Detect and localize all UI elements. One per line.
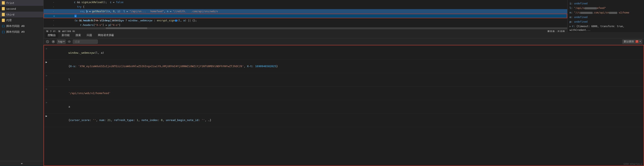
file-icon [2,13,5,16]
tab-label: 搜索 [76,33,81,37]
console-entry-1: > window._webmsxyw(l, a) [44,46,644,60]
line-content: r.headers["X-s"] = p["X-s"] [55,18,567,32]
expand-arrow[interactable]: ▶ [46,60,49,64]
tab-search[interactable]: 搜索 [73,32,84,38]
snippet-icon: {} [2,30,5,33]
dropdown-icon: ▼ [64,41,64,42]
scope-panel: i: undefined l: "/api/sefeed" n: "//c.co… [567,0,644,32]
dropdown-arrow-icon: ▼ [640,41,641,42]
expand-arrow[interactable]: ▶ [46,114,49,118]
sidebar-item-snippet8[interactable]: {} 脚本代码段 #8 [0,23,43,29]
console-toolbar: top ▼ 默认级别 7 ▼ [44,38,644,45]
tab-problems[interactable]: 问题 [84,32,94,38]
tab-label: 网络请求屏蔽 [98,33,114,37]
editor-scrollbar[interactable] [44,27,567,29]
console-content: l [49,74,642,86]
clear-console-button[interactable] [45,39,50,44]
console-entry-5: > a [44,100,644,114]
sidebar-item-label: second [6,7,16,10]
sidebar-item-label: third [6,13,14,16]
scope-var-n: n: "//c.com/api/sn v2/home [570,10,642,15]
line-diff: - [52,1,55,4]
sidebar-item-frist[interactable]: frist [0,0,43,6]
line-diff: - [52,24,55,26]
scope-var-l: l: "/api/sefeed" [570,6,642,10]
context-dropdown[interactable]: top ▼ [57,39,66,44]
sidebar-item-label: 脚本代码段 #9 [6,30,24,34]
tab-label: 问题 [87,33,92,37]
line-diff: - [52,19,55,22]
tab-console[interactable]: 控制台 [45,32,58,38]
tab-network-block[interactable]: 网络请求屏蔽 [96,32,116,38]
log-level-dropdown[interactable]: 默认级别 7 ▼ [622,39,642,44]
context-label: top [58,40,63,43]
watermark: G35H ©Charles-L [624,163,642,165]
line-diff: - [52,10,55,13]
expand-arrow[interactable]: > [46,101,49,105]
filter-input[interactable] [73,40,98,44]
scope-var-i: i: undefined [570,1,642,6]
console-content: {X-s: 'XYW_eyJzaWduU3ZuIjoiNTEiLCJzaWduV… [49,60,642,73]
log-level-label: 默认级别 [624,40,634,43]
console-content: '/api/sns/web/v2/homefeed' [49,87,642,100]
sidebar-item-second[interactable]: second [0,6,43,11]
eye-button[interactable] [67,39,72,44]
sidebar-item-snippet9[interactable]: {} 脚本代码段 #9 [0,29,43,35]
file-icon [2,7,5,10]
console-entry-4: > '/api/sns/web/v2/homefeed' [44,87,644,100]
code-line-6: - r.headers["X-s"] = p["X-s"] [44,23,567,27]
tab-label: 新功能 [62,33,70,37]
sidebar-item-label: 代理 [6,18,12,22]
expand-arrow[interactable]: > [46,74,49,78]
code-editor: - c && signLackReload(); c = false - try… [44,0,567,32]
sidebar-item-label: frist [6,1,14,4]
console-output[interactable]: > window._webmsxyw(l, a) ▶ {X-s: 'XYW_ey… [44,45,644,166]
expand-arrow[interactable]: > [46,87,49,91]
svg-line-1 [47,41,48,42]
svg-point-4 [69,41,70,42]
console-content: {cursor_score: '', num: 21, refresh_type… [49,114,642,126]
log-level-count: 7 [636,40,638,43]
sidebar-item-daili[interactable]: 代理 [0,17,43,23]
console-content: a [49,101,642,113]
file-sidebar: frist second third 代理 {} 脚本代码段 #8 {} 脚本 [0,0,44,166]
sidebar-expand-button[interactable] [0,161,44,166]
scope-var-o: o: undefined [570,15,642,19]
sidebar-item-third[interactable]: third [0,11,43,17]
editor-scrollbar-thumb[interactable] [106,27,147,29]
stop-button[interactable] [51,39,56,44]
file-icon [2,19,5,22]
tab-label: 控制台 [48,33,56,37]
file-icon [2,1,5,4]
console-entry-6: ▶ {cursor_score: '', num: 21, refresh_ty… [44,114,644,127]
svg-rect-3 [53,41,54,42]
scope-var-r[interactable]: ▶r: {timeout: 6000, transform: true, wit… [570,24,642,32]
bottom-tabs-bar: 控制台 新功能 搜索 问题 网络请求屏蔽 [44,32,644,38]
line-diff: - [52,5,55,8]
tab-new-features[interactable]: 新功能 [59,32,72,38]
console-content: window._webmsxyw(l, a) [49,47,642,59]
console-entry-3: > l [44,73,644,87]
sidebar-item-label: 脚本代码段 #8 [6,24,24,28]
scope-var-p: p: undefined [570,19,642,24]
snippet-icon: {} [2,24,5,28]
expand-arrow[interactable]: > [46,47,49,51]
console-entry-2: ▶ {X-s: 'XYW_eyJzaWduU3ZuIjoiNTEiLCJzaWd… [44,60,644,73]
